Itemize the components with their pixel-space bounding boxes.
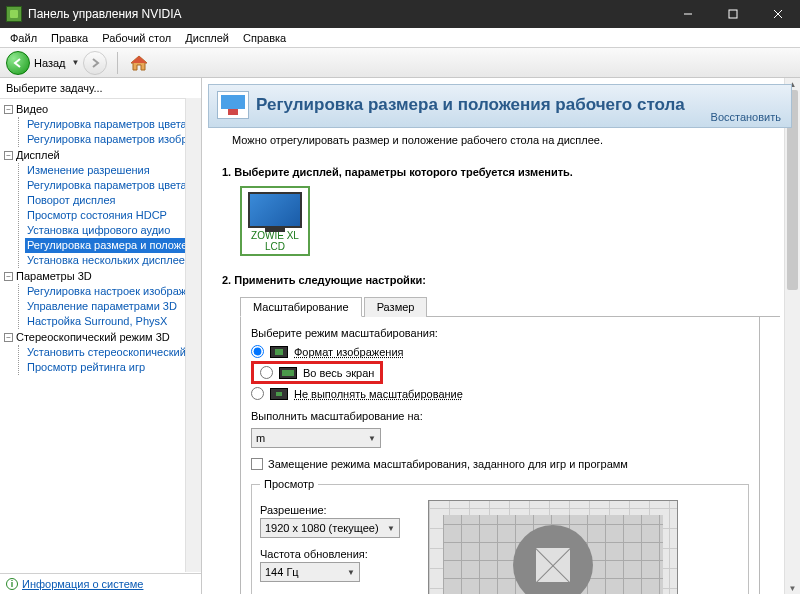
tree-item[interactable]: Установить стереоскопический режим 3 [25,345,201,360]
radio-aspect-input[interactable] [251,345,264,358]
perform-on-value: m [256,432,265,444]
sidebar-title: Выберите задачу... [0,78,201,99]
content-area: ▲▼ Регулировка размера и положения рабоч… [202,78,800,594]
monitor-label: ZOWIE XL LCD [242,230,308,252]
home-icon[interactable] [128,53,150,73]
system-info-link[interactable]: Информация о системе [22,578,143,590]
display-selector[interactable]: ZOWIE XL LCD [240,186,310,256]
chevron-down-icon: ▼ [387,524,395,533]
tree-item[interactable]: Управление параметрами 3D [25,299,201,314]
resolution-value: 1920 x 1080 (текущее) [265,522,379,534]
preview-legend: Просмотр [260,478,318,490]
fullscreen-icon [279,367,297,379]
refresh-dropdown[interactable]: 144 Гц▼ [260,562,360,582]
tab-scaling[interactable]: Масштабирование [240,297,362,317]
content-scrollbar[interactable]: ▲▼ [784,78,800,594]
restore-defaults-link[interactable]: Восстановить [711,111,781,123]
menu-file[interactable]: Файл [4,30,43,46]
tree-group[interactable]: −Видео [4,102,201,117]
tree-item[interactable]: Регулировка настроек изображения с пр [25,284,201,299]
tree-item[interactable]: Поворот дисплея [25,193,201,208]
sidebar: Выберите задачу... −ВидеоРегулировка пар… [0,78,202,594]
radio-noscale-label: Не выполнять масштабирование [294,388,463,400]
preview-box [428,500,678,594]
collapse-icon[interactable]: − [4,151,13,160]
chevron-down-icon: ▼ [347,568,355,577]
titlebar: Панель управления NVIDIA [0,0,800,28]
override-checkbox-row[interactable]: Замещение режима масштабирования, заданн… [251,458,749,470]
tab-body: Выберите режим масштабирования: Формат и… [240,317,760,594]
radio-fullscreen-input[interactable] [260,366,273,379]
page-title: Регулировка размера и положения рабочего… [256,95,685,114]
tree-item[interactable]: Регулировка параметров цвета для вид [25,117,201,132]
tree-item[interactable]: Просмотр рейтинга игр [25,360,201,375]
tree-group[interactable]: −Параметры 3D [4,269,201,284]
refresh-value: 144 Гц [265,566,299,578]
aspect-icon [270,346,288,358]
override-checkbox[interactable] [251,458,263,470]
resolution-dropdown[interactable]: 1920 x 1080 (текущее)▼ [260,518,400,538]
tree-item[interactable]: Регулировка размера и положения рабоч [25,238,201,253]
tree-group[interactable]: −Стереоскопический режим 3D [4,330,201,345]
tree-item[interactable]: Настройка Surround, PhysX [25,314,201,329]
highlighted-option: Во весь экран [251,361,383,384]
close-button[interactable] [755,0,800,28]
minimize-button[interactable] [665,0,710,28]
chevron-down-icon: ▼ [368,434,376,443]
tree-item[interactable]: Регулировка параметров изображения д [25,132,201,147]
window-title: Панель управления NVIDIA [28,7,665,21]
override-label: Замещение режима масштабирования, заданн… [268,458,628,470]
menubar: Файл Правка Рабочий стол Дисплей Справка [0,28,800,48]
forward-button[interactable] [83,51,107,75]
radio-no-scaling[interactable]: Не выполнять масштабирование [251,385,749,402]
menu-help[interactable]: Справка [237,30,292,46]
sidebar-footer: i Информация о системе [0,573,201,594]
radio-aspect-ratio[interactable]: Формат изображения [251,343,749,360]
step1-heading: 1. Выберите дисплей, параметры которого … [222,166,780,178]
tab-size[interactable]: Размер [364,297,428,317]
preview-fieldset: Просмотр Разрешение: 1920 x 1080 (текуще… [251,478,749,594]
page-header-icon [217,91,249,119]
collapse-icon[interactable]: − [4,272,13,281]
monitor-icon [248,192,302,228]
page-intro: Можно отрегулировать размер и положение … [202,128,800,156]
perform-on-label: Выполнить масштабирование на: [251,410,749,422]
tree-item[interactable]: Установка цифрового аудио [25,223,201,238]
noscale-icon [270,388,288,400]
svg-rect-1 [729,10,737,18]
sidebar-scrollbar[interactable] [185,98,201,572]
menu-display[interactable]: Дисплей [179,30,235,46]
tab-row: Масштабирование Размер [240,296,780,317]
back-dropdown-icon[interactable]: ▼ [72,58,80,67]
radio-fullscreen-label: Во весь экран [303,367,374,379]
back-button[interactable] [6,51,30,75]
task-tree: −ВидеоРегулировка параметров цвета для в… [0,99,201,573]
tree-item[interactable]: Просмотр состояния HDCP [25,208,201,223]
tree-item[interactable]: Установка нескольких дисплеев [25,253,201,268]
collapse-icon[interactable]: − [4,333,13,342]
radio-noscale-input[interactable] [251,387,264,400]
maximize-button[interactable] [710,0,755,28]
page-header: Регулировка размера и положения рабочего… [208,84,792,128]
toolbar: Назад ▼ [0,48,800,78]
radio-aspect-label: Формат изображения [294,346,404,358]
menu-edit[interactable]: Правка [45,30,94,46]
back-label: Назад [34,57,66,69]
resolution-label: Разрешение: [260,504,410,516]
menu-desktop[interactable]: Рабочий стол [96,30,177,46]
step2-heading: 2. Применить следующие настройки: [222,274,780,286]
info-icon: i [6,578,18,590]
scaling-mode-label: Выберите режим масштабирования: [251,327,749,339]
collapse-icon[interactable]: − [4,105,13,114]
nvidia-icon [6,6,22,22]
tree-item[interactable]: Регулировка параметров цвета рабочег [25,178,201,193]
refresh-label: Частота обновления: [260,548,410,560]
tree-group[interactable]: −Дисплей [4,148,201,163]
perform-on-dropdown[interactable]: m ▼ [251,428,381,448]
tree-item[interactable]: Изменение разрешения [25,163,201,178]
